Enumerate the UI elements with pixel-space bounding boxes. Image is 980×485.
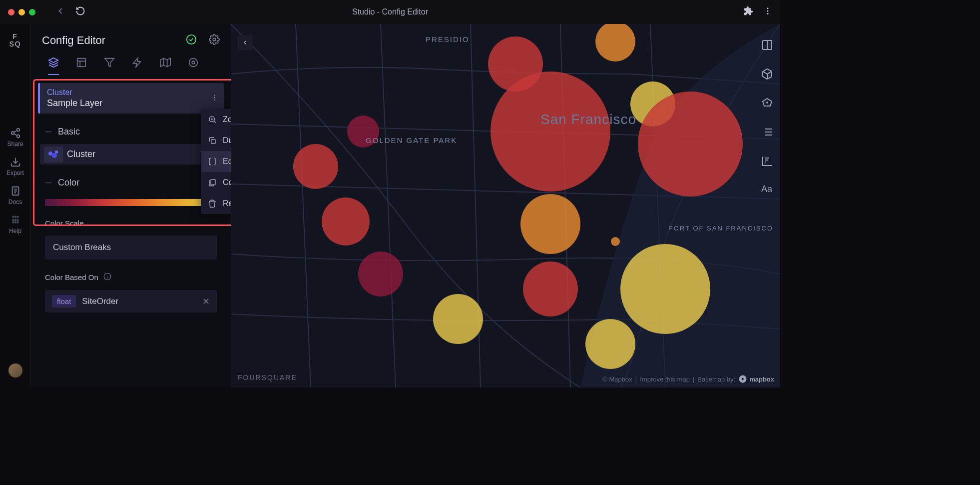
svg-point-35 [322, 198, 370, 246]
attr-basemap: Basemap by: [697, 376, 735, 383]
ctx-edit-config[interactable]: Edit config [201, 151, 231, 172]
color-based-heading: Color Based On [45, 273, 98, 282]
extensions-icon[interactable] [743, 6, 753, 18]
ctx-zoom-label: Zoom to [223, 115, 231, 124]
minimize-window-button[interactable] [18, 9, 25, 16]
geo-icon[interactable] [761, 97, 773, 111]
svg-point-10 [189, 58, 198, 67]
foursquare-watermark: FOURSQUARE [238, 374, 297, 382]
menu-dots-icon[interactable] [763, 6, 772, 18]
attr-mapbox[interactable]: © Mapbox [602, 376, 632, 383]
svg-point-44 [767, 102, 768, 103]
map-attribution: © Mapbox| Improve this map| Basemap by: … [602, 374, 774, 384]
rail-docs[interactable]: Docs [8, 186, 22, 206]
color-scale-heading: Color Scale [45, 219, 84, 228]
map-label-presidio: PRESIDIO [426, 35, 470, 44]
rail-export[interactable]: Export [6, 156, 24, 176]
split-map-icon[interactable] [761, 39, 773, 53]
layer-row[interactable]: Cluster Sample Layer [38, 83, 224, 114]
attr-improve[interactable]: Improve this map [640, 376, 690, 383]
color-scale-select[interactable]: Custom Breaks [45, 236, 217, 260]
layer-type-label: Cluster [47, 88, 217, 97]
svg-point-32 [638, 92, 743, 196]
basic-heading: Basic [58, 126, 80, 137]
ctx-copy-label: Copy config [223, 178, 231, 187]
tab-columns[interactable] [76, 57, 87, 75]
svg-point-36 [358, 252, 403, 296]
config-tabs [48, 57, 224, 75]
info-icon[interactable] [103, 272, 111, 282]
svg-point-39 [433, 294, 483, 344]
rail-docs-label: Docs [8, 198, 22, 206]
map-label-sf: San Francisco [540, 112, 636, 128]
section-color-header[interactable]: ---Color [40, 174, 222, 192]
panel-title: Config Editor [42, 34, 105, 47]
svg-point-30 [490, 72, 610, 192]
clear-field-button[interactable]: ✕ [202, 296, 210, 307]
svg-point-40 [611, 237, 620, 246]
svg-point-29 [595, 24, 635, 62]
ctx-copy-config[interactable]: Copy config [201, 172, 231, 193]
validate-icon[interactable] [186, 34, 197, 47]
layer-menu-button[interactable] [211, 94, 219, 104]
maximize-window-button[interactable] [29, 9, 35, 16]
cluster-label: Cluster [67, 149, 95, 160]
ctx-zoom-to[interactable]: Zoom to [201, 109, 231, 130]
svg-rect-9 [77, 58, 86, 67]
color-field-select[interactable]: float SiteOrder ✕ [45, 290, 217, 312]
svg-rect-27 [211, 180, 215, 185]
rail-share[interactable]: Share [7, 128, 23, 148]
ctx-edit-label: Edit config [223, 157, 231, 166]
svg-point-12 [214, 94, 215, 96]
tab-interactions[interactable] [132, 57, 143, 75]
svg-point-17 [55, 150, 58, 154]
rail-share-label: Share [7, 140, 23, 148]
svg-point-3 [16, 128, 19, 132]
ctx-duplicate[interactable]: Duplicate [201, 130, 231, 151]
color-ramp[interactable] [45, 199, 217, 206]
settings-icon[interactable] [209, 34, 220, 47]
tab-layers[interactable] [48, 57, 59, 75]
close-window-button[interactable] [8, 9, 14, 16]
svg-point-38 [523, 262, 578, 316]
svg-point-1 [767, 10, 769, 12]
layer-type-selector[interactable]: Cluster [40, 144, 222, 164]
svg-rect-26 [211, 140, 215, 144]
chart-icon[interactable] [761, 155, 773, 169]
legend-icon[interactable] [761, 126, 773, 140]
rail-help[interactable]: Help [9, 214, 21, 234]
layer-context-menu: Zoom to Duplicate Edit config Copy confi… [201, 109, 231, 214]
back-button[interactable] [55, 6, 65, 18]
ctx-duplicate-label: Duplicate [223, 136, 231, 145]
text-icon[interactable]: Aa [761, 184, 773, 194]
tab-basemap[interactable] [160, 57, 171, 75]
ctx-remove-label: Remove [223, 199, 231, 208]
svg-point-4 [11, 132, 14, 134]
svg-point-13 [214, 96, 215, 98]
brand-logo: F SQ [9, 33, 21, 48]
tab-filters[interactable] [104, 57, 115, 75]
section-basic-header[interactable]: ---Basic [40, 122, 222, 141]
traffic-lights [8, 9, 35, 16]
user-avatar[interactable] [8, 364, 22, 378]
logo-line2: SQ [9, 40, 21, 48]
svg-point-2 [767, 13, 769, 14]
app-rail: F SQ Share Export Docs Help [0, 24, 31, 388]
svg-point-34 [293, 144, 338, 189]
section-color-scale: Color Scale [40, 215, 222, 232]
svg-point-7 [187, 35, 196, 44]
3d-icon[interactable] [761, 68, 773, 82]
mapbox-logo[interactable]: mapbox [738, 374, 774, 384]
tab-view[interactable] [188, 57, 199, 75]
svg-point-14 [214, 99, 215, 100]
map-canvas[interactable]: PRESIDIO GOLDEN GATE PARK San Francisco … [231, 24, 780, 388]
collapse-panel-button[interactable] [238, 35, 253, 50]
svg-point-5 [16, 134, 19, 138]
map-svg [231, 24, 780, 388]
svg-point-0 [767, 8, 769, 9]
config-editor-panel: Config Editor Cluster Sample Layer ---Ba… [31, 24, 231, 388]
map-label-port: PORT OF SAN FRANCISCO [668, 224, 773, 233]
ctx-remove[interactable]: Remove [201, 193, 231, 214]
svg-point-16 [52, 153, 57, 158]
reload-button[interactable] [75, 6, 85, 18]
